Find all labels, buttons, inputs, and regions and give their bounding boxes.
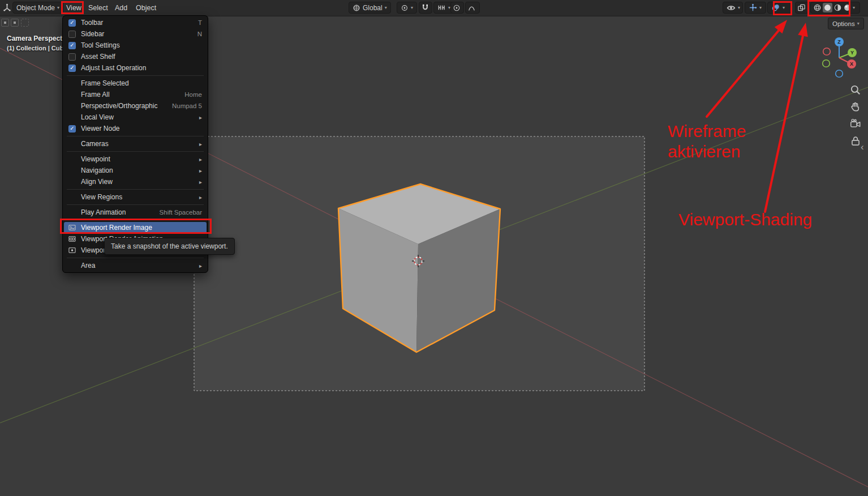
checkbox-unchecked-icon [68, 31, 76, 38]
menu-item-label: View Regions [81, 193, 194, 201]
submenu-arrow-icon: ▸ [199, 156, 202, 163]
transform-orientation-icon [353, 4, 360, 12]
menu-item-spacer [68, 80, 76, 87]
top-header-bar: Object Mode ▾ View Select Add Object Glo… [0, 0, 868, 16]
menu-item-label: Tool Settings [81, 41, 202, 49]
snap-toggle-button[interactable] [419, 2, 432, 14]
menu-item-spacer [68, 194, 76, 201]
chevron-down-icon[interactable]: ▾ [853, 6, 855, 10]
axis-plus-y-handle[interactable]: Y [848, 48, 857, 57]
xray-icon [797, 3, 806, 12]
snap-increment-icon [437, 4, 446, 11]
axis-minus-y-handle[interactable] [823, 60, 830, 67]
chevron-down-icon: ▾ [738, 6, 740, 10]
menu-object[interactable]: Object [132, 0, 160, 16]
menu-item-viewer-node[interactable]: ✓Viewer Node [64, 123, 207, 134]
gizmo-toggle-dropdown[interactable]: ▾ [745, 2, 766, 14]
options-dropdown[interactable]: Options ▾ [828, 18, 864, 29]
menu-item-label: Area [81, 262, 194, 270]
falloff-dropdown[interactable] [465, 2, 480, 14]
menu-item-spacer [68, 156, 76, 163]
menu-item-label: Perspective/Orthographic [81, 102, 166, 110]
menu-item-spacer [68, 262, 76, 270]
sidebar-collapse-icon[interactable]: ‹ [861, 142, 864, 153]
chevron-down-icon: ▾ [759, 6, 762, 10]
menu-shortcut: T [198, 19, 202, 26]
pivot-point-icon [401, 4, 409, 12]
menu-item-label: Cameras [81, 140, 194, 148]
menu-add[interactable]: Add [111, 0, 131, 16]
menu-item-label: Viewpoint [81, 155, 194, 163]
menu-item-perspective-orthographic[interactable]: Perspective/OrthographicNumpad 5 [64, 100, 207, 112]
menu-item-spacer [68, 91, 76, 99]
mode-label: Object Mode [16, 4, 55, 12]
menu-separator [67, 258, 204, 258]
menu-separator [67, 136, 204, 136]
menu-item-area[interactable]: Area▸ [64, 260, 207, 271]
menu-item-spacer [68, 178, 76, 186]
menu-item-adjust-last-operation[interactable]: ✓Adjust Last Operation [64, 62, 207, 74]
chevron-down-icon: ▾ [57, 6, 59, 10]
menu-item-label: Asset Shelf [81, 53, 202, 61]
menu-item-local-view[interactable]: Local View▸ [64, 112, 207, 123]
menu-item-label: Navigation [81, 166, 194, 174]
menu-item-frame-selected[interactable]: Frame Selected [64, 78, 207, 89]
transform-orientation-dropdown[interactable]: Global ▾ [349, 2, 391, 14]
annotation-label-wireframe: Wireframe aktivieren [668, 121, 746, 162]
camera-view-icon[interactable] [849, 118, 862, 130]
menu-item-label: Frame Selected [81, 79, 202, 87]
annotation-label-shading: Viewport-Shading [678, 209, 812, 230]
menu-item-navigation[interactable]: Navigation▸ [64, 165, 207, 176]
visibility-dropdown[interactable]: ▾ [723, 2, 743, 14]
navigation-gizmo[interactable]: Z Y X [817, 34, 864, 82]
checkbox-checked-icon: ✓ [68, 42, 76, 49]
chevron-down-icon: ▾ [857, 22, 860, 26]
menu-item-viewpoint[interactable]: Viewpoint▸ [64, 153, 207, 165]
falloff-curve-icon [467, 4, 476, 12]
eye-icon [727, 4, 736, 12]
mode-selector[interactable]: Object Mode ▾ [12, 2, 63, 14]
checkbox-checked-icon: ✓ [68, 65, 76, 72]
menu-item-label: Sidebar [81, 30, 192, 38]
menu-select[interactable]: Select [85, 0, 111, 16]
tweak-tool-icon[interactable] [1, 19, 9, 27]
menu-item-sidebar[interactable]: SidebarN [64, 28, 207, 40]
submenu-arrow-icon: ▸ [199, 194, 202, 200]
svg-text:Y: Y [850, 50, 854, 55]
annotation-box-shading-icons [807, 0, 850, 16]
menu-item-spacer [68, 102, 76, 110]
submenu-arrow-icon: ▸ [199, 263, 202, 269]
select-region-tool-icon[interactable] [21, 19, 29, 27]
proportional-editing-icon [453, 4, 461, 12]
axis-plus-x-handle[interactable]: X [847, 59, 856, 69]
menu-item-view-regions[interactable]: View Regions▸ [64, 191, 207, 203]
editor-type-icon[interactable] [2, 3, 12, 12]
menu-item-asset-shelf[interactable]: Asset Shelf [64, 51, 207, 62]
select-box-tool-icon[interactable] [11, 19, 19, 27]
menu-shortcut: N [197, 31, 202, 37]
view-menu: ✓ToolbarTSidebarN✓Tool SettingsAsset She… [62, 15, 208, 273]
axis-minus-x-handle[interactable] [823, 48, 831, 55]
annotation-box-render-image [60, 219, 212, 234]
gizmo-toggle-icon [749, 3, 757, 12]
menu-item-play-animation[interactable]: Play AnimationShift Spacebar [64, 207, 207, 218]
lock-icon[interactable] [849, 135, 862, 147]
menu-item-align-view[interactable]: Align View▸ [64, 176, 207, 187]
checkbox-checked-icon: ✓ [68, 125, 76, 132]
axis-plus-z-handle[interactable]: Z [835, 37, 844, 46]
menu-item-cameras[interactable]: Cameras▸ [64, 138, 207, 149]
menu-item-label: Local View [81, 113, 194, 121]
zoom-tool-icon[interactable] [849, 84, 862, 96]
pivot-point-dropdown[interactable]: ▾ [397, 2, 417, 14]
proportional-editing-toggle[interactable] [450, 2, 464, 14]
pan-hand-icon[interactable] [849, 101, 862, 113]
menu-item-frame-all[interactable]: Frame AllHome [64, 89, 207, 100]
axis-minus-z-handle[interactable] [836, 70, 843, 78]
menu-item-spacer [68, 140, 76, 148]
chevron-down-icon: ▾ [411, 6, 413, 10]
menu-item-toolbar[interactable]: ✓ToolbarT [64, 17, 207, 28]
render-animation-icon [68, 236, 76, 243]
menu-item-label: Align View [81, 178, 194, 186]
active-object-overlay: (1) Collection | Cube [7, 45, 67, 52]
menu-item-tool-settings[interactable]: ✓Tool Settings [64, 40, 207, 51]
